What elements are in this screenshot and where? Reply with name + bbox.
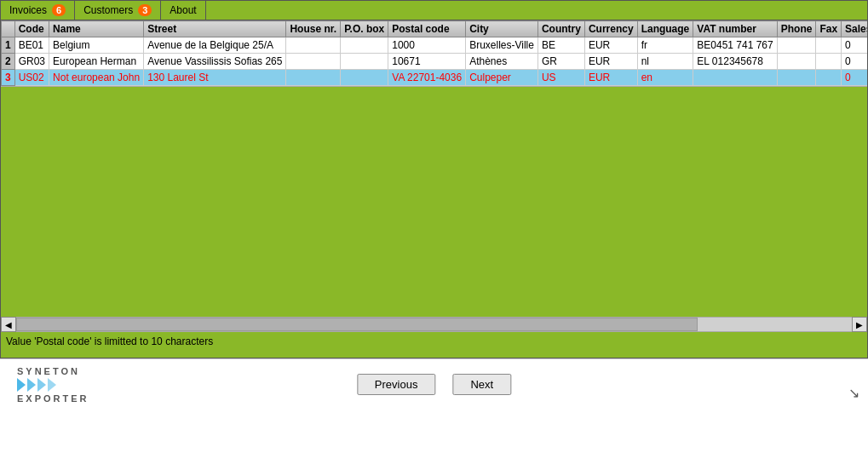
table-cell <box>693 70 777 86</box>
table-cell: Athènes <box>466 54 538 70</box>
table-cell: 2 <box>2 54 15 70</box>
tab-invoices-label: Invoices <box>9 4 47 16</box>
corner-resize-icon: ↘ <box>848 385 859 401</box>
col-rownum <box>2 21 15 37</box>
table-cell: 1000 <box>388 37 466 54</box>
table-cell <box>777 70 816 86</box>
table-cell <box>777 54 816 70</box>
tab-bar: Invoices 6 Customers 3 About <box>1 1 867 20</box>
table-cell: European Herman <box>49 54 144 70</box>
col-phone[interactable]: Phone <box>777 21 816 37</box>
main-container: Invoices 6 Customers 3 About Code Name S… <box>0 0 868 358</box>
logo-arrow-4 <box>48 378 56 392</box>
previous-button[interactable]: Previous <box>357 374 436 395</box>
table-cell: BE <box>537 37 584 54</box>
table-cell: US02 <box>14 70 49 86</box>
table-cell: 130 Laurel St <box>144 70 286 86</box>
table-cell <box>286 37 341 54</box>
scrollbar-track[interactable] <box>16 318 852 331</box>
table-cell: 1 <box>2 37 15 54</box>
col-vatnumber[interactable]: VAT number <box>693 21 777 37</box>
col-fax[interactable]: Fax <box>816 21 842 37</box>
status-area: Value 'Postal code' is limitted to 10 ch… <box>1 332 867 358</box>
table-header-row: Code Name Street House nr. P.O. box Post… <box>2 21 868 37</box>
col-pobox[interactable]: P.O. box <box>341 21 388 37</box>
tab-customers-badge: 3 <box>138 4 152 16</box>
table-cell: fr <box>637 37 693 54</box>
tab-customers[interactable]: Customers 3 <box>75 1 161 20</box>
table-cell: Avenue de la Belgique 25/A <box>144 37 286 54</box>
table-cell: EUR <box>584 37 637 54</box>
table-cell: Not european John <box>49 70 144 86</box>
content-area: Code Name Street House nr. P.O. box Post… <box>1 20 867 358</box>
table-cell <box>286 70 341 86</box>
table-cell <box>816 54 842 70</box>
table-cell <box>816 37 842 54</box>
status-message: Value 'Postal code' is limitted to 10 ch… <box>6 335 213 347</box>
table-cell <box>777 37 816 54</box>
tab-customers-label: Customers <box>83 4 133 16</box>
table-cell <box>286 54 341 70</box>
col-postalcode[interactable]: Postal code <box>388 21 466 37</box>
col-salesdiscounting[interactable]: Sales disc <box>842 21 867 37</box>
table-cell: Bruxelles-Ville <box>466 37 538 54</box>
table-cell: 0 <box>842 37 867 54</box>
table-cell: en <box>637 70 693 86</box>
col-country[interactable]: Country <box>537 21 584 37</box>
table-cell: US <box>537 70 584 86</box>
customers-table: Code Name Street House nr. P.O. box Post… <box>1 20 867 86</box>
tab-invoices-badge: 6 <box>52 4 66 16</box>
col-housenr[interactable]: House nr. <box>286 21 341 37</box>
table-cell: VA 22701-4036 <box>388 70 466 86</box>
table-cell: GR03 <box>14 54 49 70</box>
table-cell: nl <box>637 54 693 70</box>
table-cell: 3 <box>2 70 15 86</box>
logo-bottom-text: EXPORTER <box>17 393 89 404</box>
col-currency[interactable]: Currency <box>584 21 637 37</box>
table-cell: EUR <box>584 70 637 86</box>
tab-about-label: About <box>170 4 196 16</box>
col-code[interactable]: Code <box>14 21 49 37</box>
green-empty-area <box>1 87 867 317</box>
table-cell <box>341 54 388 70</box>
logo-arrow-2 <box>27 378 36 392</box>
scroll-left-button[interactable]: ◀ <box>1 317 16 332</box>
table-cell: Belgium <box>49 37 144 54</box>
scroll-right-button[interactable]: ▶ <box>852 317 867 332</box>
tab-about[interactable]: About <box>161 1 205 20</box>
table-cell <box>341 37 388 54</box>
table-cell: Avenue Vassilissis Sofias 265 <box>144 54 286 70</box>
table-cell <box>341 70 388 86</box>
next-button[interactable]: Next <box>452 374 511 395</box>
table-cell: 0 <box>842 54 867 70</box>
col-street[interactable]: Street <box>144 21 286 37</box>
table-row[interactable]: 1BE01BelgiumAvenue de la Belgique 25/A10… <box>2 37 868 54</box>
table-cell: EL 012345678 <box>693 54 777 70</box>
col-city[interactable]: City <box>466 21 538 37</box>
table-cell <box>816 70 842 86</box>
logo-arrow-3 <box>37 378 46 392</box>
table-wrapper[interactable]: Code Name Street House nr. P.O. box Post… <box>1 20 867 87</box>
table-cell: 10671 <box>388 54 466 70</box>
footer: SYNETON EXPORTER Previous Next ↘ <box>0 358 868 410</box>
logo-area: SYNETON EXPORTER <box>17 366 89 404</box>
nav-buttons: Previous Next <box>357 374 511 395</box>
horizontal-scrollbar[interactable]: ◀ ▶ <box>1 317 867 332</box>
table-cell: GR <box>537 54 584 70</box>
logo-arrow-1 <box>17 378 26 392</box>
logo-top-text: SYNETON <box>17 366 80 376</box>
table-cell: BE01 <box>14 37 49 54</box>
table-row[interactable]: 3US02Not european John130 Laurel StVA 22… <box>2 70 868 86</box>
table-cell: 0 <box>842 70 867 86</box>
scrollbar-thumb[interactable] <box>16 318 698 331</box>
table-cell: EUR <box>584 54 637 70</box>
col-language[interactable]: Language <box>637 21 693 37</box>
logo-arrows <box>17 378 56 392</box>
tab-invoices[interactable]: Invoices 6 <box>1 1 75 20</box>
table-cell: BE0451 741 767 <box>693 37 777 54</box>
table-cell: Culpeper <box>466 70 538 86</box>
col-name[interactable]: Name <box>49 21 144 37</box>
table-row[interactable]: 2GR03European HermanAvenue Vassilissis S… <box>2 54 868 70</box>
